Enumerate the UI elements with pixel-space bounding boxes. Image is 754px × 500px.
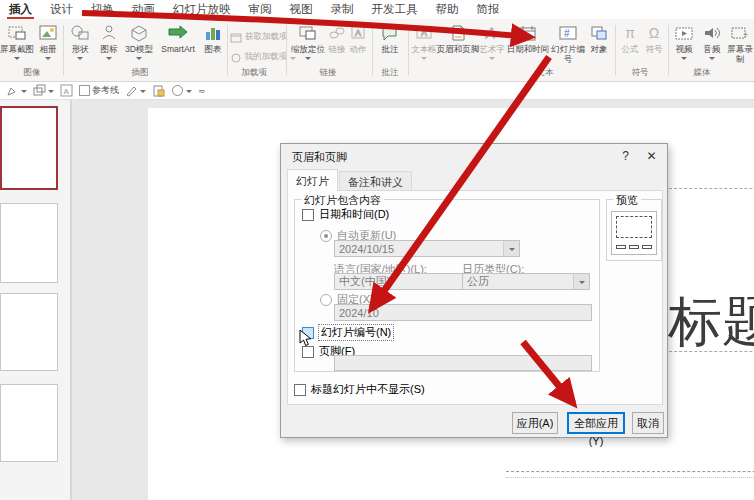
dialog-tab-notes[interactable]: 备注和讲义 bbox=[339, 171, 412, 191]
slide-number-icon: # bbox=[558, 22, 578, 44]
chevron-down-icon bbox=[106, 57, 112, 60]
link-button[interactable]: 链接 bbox=[328, 22, 346, 67]
icons-button[interactable]: 图标 bbox=[96, 22, 122, 67]
calendar-dropdown[interactable]: 公历 bbox=[462, 273, 590, 290]
ribbon-button-label: 文本框 bbox=[411, 45, 437, 55]
preview-body-placeholder bbox=[616, 216, 652, 238]
slide-thumbnail-2[interactable] bbox=[0, 203, 58, 283]
audio-button[interactable]: 音频 bbox=[699, 22, 725, 67]
group-divider bbox=[408, 25, 409, 75]
audio-icon bbox=[702, 22, 722, 44]
chevron-down-icon bbox=[48, 90, 54, 93]
icons-icon bbox=[99, 22, 119, 44]
shape-style-button[interactable] bbox=[33, 84, 54, 97]
photo-album-icon bbox=[38, 22, 58, 44]
panel-splitter[interactable] bbox=[70, 100, 72, 500]
close-button[interactable]: ✕ bbox=[638, 144, 665, 168]
screenshot-button[interactable]: 屏幕截图 bbox=[2, 22, 32, 67]
zoom-link-button[interactable]: 缩放定位 bbox=[290, 22, 326, 67]
title-placeholder-text[interactable]: 标题 bbox=[668, 286, 754, 359]
radio-icon[interactable] bbox=[320, 294, 332, 306]
tab-developer[interactable]: 开发工具 bbox=[363, 0, 427, 20]
group-divider bbox=[286, 25, 287, 75]
checkbox-icon[interactable] bbox=[302, 327, 314, 339]
slide-thumbnail-3[interactable] bbox=[0, 293, 58, 371]
slide-number-button[interactable]: # 幻灯片编号 bbox=[551, 22, 585, 67]
tab-briefing[interactable]: 简报 bbox=[468, 0, 509, 20]
chevron-down-icon bbox=[77, 57, 83, 60]
tab-transitions[interactable]: 切换 bbox=[82, 0, 123, 20]
shape-outline-button[interactable] bbox=[171, 84, 192, 97]
toolbar-overflow-button[interactable]: ≂ bbox=[198, 86, 206, 96]
no-title-label: 标题幻灯片中不显示(S) bbox=[311, 382, 425, 397]
photo-album-button[interactable]: 相册 bbox=[34, 22, 62, 67]
edit-button[interactable] bbox=[125, 84, 146, 97]
chevron-down-icon bbox=[186, 90, 192, 93]
svg-text:+: + bbox=[743, 30, 748, 40]
tab-help[interactable]: 帮助 bbox=[427, 0, 468, 20]
cancel-button[interactable]: 取消 bbox=[632, 412, 664, 434]
textbox-button[interactable]: A 文本框 bbox=[412, 22, 436, 67]
symbol-button[interactable]: Ω 符号 bbox=[643, 22, 665, 67]
date-time-button[interactable]: 日期和时间 bbox=[505, 22, 551, 67]
chart-button[interactable]: 图表 bbox=[200, 22, 226, 67]
tab-slideshow[interactable]: 幻灯片放映 bbox=[164, 0, 240, 20]
text-frame-button[interactable]: A bbox=[60, 84, 73, 97]
tab-animations[interactable]: 动画 bbox=[123, 0, 164, 20]
help-button[interactable]: ? bbox=[612, 144, 639, 168]
ribbon-button-label: 图表 bbox=[205, 45, 222, 55]
chevron-down-icon bbox=[140, 90, 146, 93]
footer-text-input[interactable] bbox=[334, 355, 592, 371]
3d-model-button[interactable]: 3D模型 bbox=[124, 22, 154, 67]
dialog-titlebar[interactable]: 页眉和页脚 ? ✕ bbox=[281, 144, 667, 169]
slide-thumbnail-panel[interactable] bbox=[0, 100, 70, 500]
chevron-down-icon bbox=[489, 57, 495, 60]
tab-view[interactable]: 视图 bbox=[281, 0, 322, 20]
radio-icon[interactable] bbox=[320, 230, 332, 242]
screen-record-button[interactable]: + 屏幕录制 bbox=[726, 22, 754, 67]
ribbon-button-label: 艺术字 bbox=[479, 45, 505, 55]
clipboard-icon bbox=[152, 84, 165, 97]
circle-icon bbox=[171, 84, 184, 97]
ribbon-button-label: 批注 bbox=[382, 45, 399, 55]
slide-thumbnail-4[interactable] bbox=[0, 384, 58, 462]
ribbon-button-label: 图标 bbox=[101, 45, 118, 55]
tab-design[interactable]: 设计 bbox=[41, 0, 82, 20]
comment-button[interactable]: 批注 bbox=[376, 22, 404, 67]
apply-all-button[interactable]: 全部应用(Y) bbox=[567, 412, 625, 434]
tab-record[interactable]: 录制 bbox=[322, 0, 363, 20]
guides-checkbox[interactable]: 参考线 bbox=[79, 84, 119, 97]
checkbox-icon[interactable] bbox=[302, 209, 314, 221]
equation-button[interactable]: π 公式 bbox=[619, 22, 641, 67]
shapes-button[interactable]: 形状 bbox=[66, 22, 94, 67]
smartart-button[interactable]: SmartArt bbox=[156, 22, 200, 67]
addin-icon bbox=[230, 51, 242, 63]
slide-number-checkbox-row[interactable]: 幻灯片编号(N) bbox=[302, 325, 393, 340]
slide-thumbnail-1[interactable] bbox=[0, 106, 58, 190]
chevron-down-icon bbox=[45, 57, 51, 60]
no-title-checkbox-row[interactable]: 标题幻灯片中不显示(S) bbox=[294, 382, 425, 397]
ribbon-button-label: 幻灯片编号 bbox=[551, 45, 585, 64]
checkbox-icon[interactable] bbox=[294, 384, 306, 396]
screenshot-icon bbox=[7, 22, 27, 44]
video-button[interactable]: 视频 bbox=[671, 22, 697, 67]
checkbox-icon bbox=[79, 85, 90, 96]
wordart-button[interactable]: A 艺术字 bbox=[480, 22, 504, 67]
header-footer-dialog: 页眉和页脚 ? ✕ 幻灯片 备注和讲义 幻灯片包含内容 日期和时间(D) 自动更… bbox=[280, 143, 668, 438]
dialog-title: 页眉和页脚 bbox=[292, 150, 347, 165]
datetime-checkbox-row[interactable]: 日期和时间(D) bbox=[302, 207, 389, 222]
action-button[interactable]: A 动作 bbox=[348, 22, 368, 67]
paste-button[interactable] bbox=[152, 84, 165, 97]
pen-icon bbox=[6, 84, 19, 97]
fixed-date-input[interactable]: 2024/10 bbox=[334, 304, 592, 321]
date-dropdown[interactable]: 2024/10/15 bbox=[334, 240, 520, 257]
object-button[interactable]: 对象 bbox=[586, 22, 612, 67]
dialog-tab-slide[interactable]: 幻灯片 bbox=[287, 169, 338, 191]
header-footer-button[interactable]: 页眉和页脚 bbox=[437, 22, 479, 67]
tab-insert[interactable]: 插入 bbox=[0, 0, 41, 20]
pen-color-button[interactable] bbox=[6, 84, 27, 97]
ribbon-tab-bar: 插入 设计 切换 动画 幻灯片放映 审阅 视图 录制 开发工具 帮助 简报 bbox=[0, 0, 754, 19]
tab-review[interactable]: 审阅 bbox=[240, 0, 281, 20]
checkbox-icon[interactable] bbox=[302, 346, 314, 358]
apply-button[interactable]: 应用(A) bbox=[512, 412, 558, 434]
